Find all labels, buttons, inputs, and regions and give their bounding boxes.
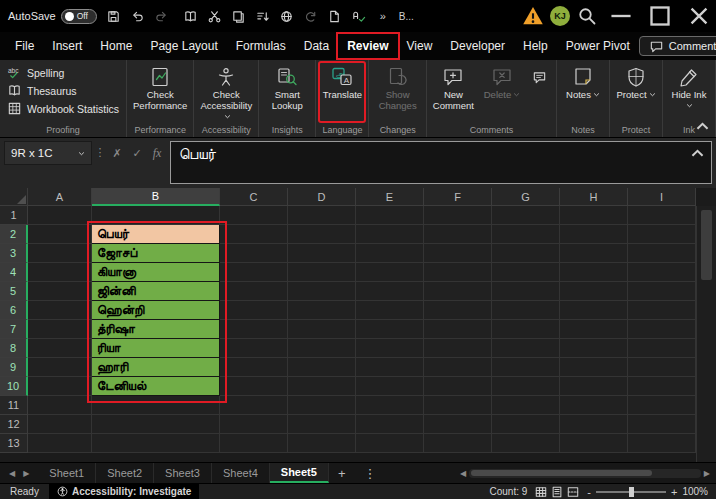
horizontal-scrollbar-track[interactable] (469, 469, 701, 478)
cell-B11[interactable] (92, 396, 220, 415)
sheet-options-menu-icon[interactable]: ⋮ (354, 463, 385, 483)
cell-C6[interactable] (220, 301, 288, 320)
cell-I8[interactable] (628, 339, 696, 358)
cell-E12[interactable] (356, 415, 424, 434)
cell-B8[interactable]: ரியா (92, 339, 220, 358)
cell-D3[interactable] (288, 244, 356, 263)
zoom-out-button[interactable]: - (587, 486, 591, 498)
zoom-slider-thumb[interactable] (629, 487, 634, 497)
add-sheet-button[interactable]: + (329, 463, 355, 483)
cell-A8[interactable] (28, 339, 92, 358)
column-header-A[interactable]: A (28, 188, 92, 206)
sheet-tab-sheet3[interactable]: Sheet3 (154, 463, 212, 483)
tab-page-layout[interactable]: Page Layout (141, 34, 226, 58)
cell-F9[interactable] (424, 358, 492, 377)
column-header-H[interactable]: H (560, 188, 628, 206)
sheet-tab-sheet1[interactable]: Sheet1 (38, 463, 96, 483)
cell-H9[interactable] (560, 358, 628, 377)
cell-F3[interactable] (424, 244, 492, 263)
cell-C12[interactable] (220, 415, 288, 434)
cell-F5[interactable] (424, 282, 492, 301)
cell-I1[interactable] (628, 206, 696, 225)
cell-A12[interactable] (28, 415, 92, 434)
cell-A10[interactable] (28, 377, 92, 396)
sheet-nav-left-icon[interactable]: ◀ (6, 469, 18, 478)
cell-I5[interactable] (628, 282, 696, 301)
undo-button[interactable] (126, 3, 150, 29)
insert-function-icon[interactable]: fx (148, 144, 166, 162)
show-changes-button[interactable]: Show Changes (372, 62, 422, 122)
cell-H1[interactable] (560, 206, 628, 225)
cell-H3[interactable] (560, 244, 628, 263)
tab-help[interactable]: Help (514, 34, 557, 58)
document-button[interactable] (323, 3, 347, 29)
sort-button[interactable] (251, 3, 275, 29)
cell-G4[interactable] (492, 263, 560, 282)
cell-G2[interactable] (492, 225, 560, 244)
tab-view[interactable]: View (398, 34, 442, 58)
cell-D8[interactable] (288, 339, 356, 358)
row-header-11[interactable]: 11 (0, 396, 28, 415)
row-header-7[interactable]: 7 (0, 320, 28, 339)
cell-E3[interactable] (356, 244, 424, 263)
zoom-in-button[interactable]: + (671, 486, 677, 498)
cell-B7[interactable]: த்ரிஷா (92, 320, 220, 339)
tab-file[interactable]: File (6, 34, 43, 58)
comment-small-icon-button[interactable] (527, 62, 553, 122)
cell-A11[interactable] (28, 396, 92, 415)
column-header-C[interactable]: C (220, 188, 288, 206)
cell-B13[interactable] (92, 434, 220, 453)
cancel-icon[interactable]: ✗ (108, 144, 126, 162)
cell-B1[interactable] (92, 206, 220, 225)
delete-button[interactable]: Delete (479, 62, 525, 122)
cell-D6[interactable] (288, 301, 356, 320)
cell-E4[interactable] (356, 263, 424, 282)
cell-H2[interactable] (560, 225, 628, 244)
cell-A6[interactable] (28, 301, 92, 320)
cell-B9[interactable]: ஹாரி (92, 358, 220, 377)
translate-button[interactable]: அATranslate (319, 62, 365, 122)
new-comment-button[interactable]: New Comment (430, 62, 477, 122)
autosave-switch[interactable]: Off (61, 9, 97, 24)
cell-D11[interactable] (288, 396, 356, 415)
cell-B2[interactable]: பெயர் (92, 225, 220, 244)
cell-E9[interactable] (356, 358, 424, 377)
cell-E1[interactable] (356, 206, 424, 225)
cell-I2[interactable] (628, 225, 696, 244)
cell-A7[interactable] (28, 320, 92, 339)
cell-C9[interactable] (220, 358, 288, 377)
row-header-1[interactable]: 1 (0, 206, 28, 225)
cell-I12[interactable] (628, 415, 696, 434)
redo-button[interactable] (150, 3, 174, 29)
cell-B4[interactable]: கியானா (92, 263, 220, 282)
row-header-5[interactable]: 5 (0, 282, 28, 301)
cell-G5[interactable] (492, 282, 560, 301)
cell-I13[interactable] (628, 434, 696, 453)
cell-I3[interactable] (628, 244, 696, 263)
loop-button[interactable] (299, 3, 323, 29)
cell-D7[interactable] (288, 320, 356, 339)
cell-I9[interactable] (628, 358, 696, 377)
cell-F4[interactable] (424, 263, 492, 282)
name-box[interactable]: 9R x 1C (4, 141, 92, 165)
scroll-right-icon[interactable]: ▶ (704, 469, 710, 478)
horizontal-scrollbar-thumb[interactable] (471, 470, 652, 476)
cell-C10[interactable] (220, 377, 288, 396)
read-aloud-button[interactable] (179, 3, 203, 29)
cell-H13[interactable] (560, 434, 628, 453)
tab-review[interactable]: Review (338, 34, 397, 58)
zoom-slider[interactable] (596, 491, 666, 493)
cell-F10[interactable] (424, 377, 492, 396)
cell-A13[interactable] (28, 434, 92, 453)
cell-G12[interactable] (492, 415, 560, 434)
cell-E6[interactable] (356, 301, 424, 320)
cell-A1[interactable] (28, 206, 92, 225)
column-header-G[interactable]: G (492, 188, 560, 206)
autosave-toggle[interactable]: AutoSave Off (8, 9, 97, 24)
cell-G8[interactable] (492, 339, 560, 358)
row-header-13[interactable]: 13 (0, 434, 28, 453)
row-header-4[interactable]: 4 (0, 263, 28, 282)
sheet-nav-right-icon[interactable]: ▶ (20, 469, 32, 478)
row-header-2[interactable]: 2 (0, 225, 28, 244)
cut-button[interactable] (203, 3, 227, 29)
